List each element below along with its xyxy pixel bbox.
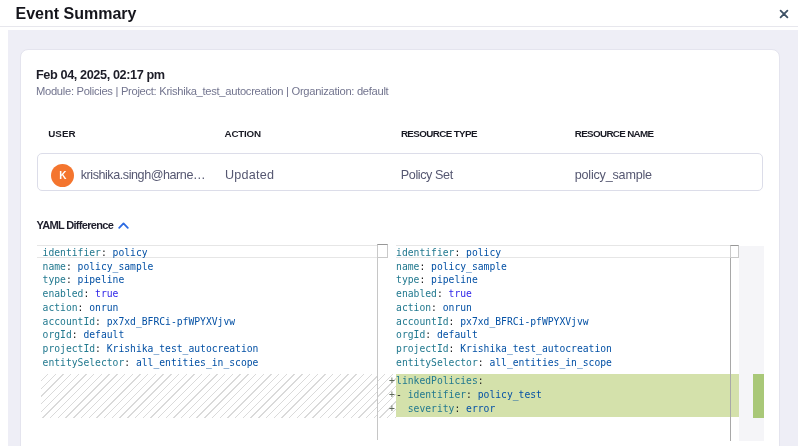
code-line: name: policy_sample — [396, 260, 739, 274]
code-line: projectId: Krishika_test_autocreation — [396, 342, 739, 356]
code-line: action: onrun — [396, 301, 739, 315]
column-header-action: ACTION — [225, 129, 261, 139]
code-line: severity: error — [396, 402, 739, 416]
diff-added-markers: +++ — [389, 374, 395, 416]
column-header-resource-name: RESOURCE NAME — [575, 129, 654, 139]
plus-marker: + — [389, 374, 395, 388]
code-line: identifier: policy — [396, 246, 739, 260]
code-line: linkedPolicies: — [396, 374, 739, 388]
code-line: projectId: Krishika_test_autocreation — [43, 342, 378, 356]
diff-sash-handle-right[interactable] — [730, 245, 739, 258]
cell-resource-name: policy_sample — [575, 169, 652, 182]
cell-user: krishika.singh@harne… — [81, 169, 207, 182]
event-context: Module: Policies | Project: Krishika_tes… — [36, 86, 388, 97]
header-divider — [0, 26, 798, 27]
chevron-up-icon[interactable] — [118, 222, 129, 229]
cell-resource-type: Policy Set — [401, 169, 453, 182]
cell-action: Updated — [225, 169, 274, 182]
diff-overview-added-marker — [753, 374, 764, 417]
code-line: enabled: true — [43, 287, 378, 301]
diff-modified-pane[interactable]: identifier: policyname: policy_sampletyp… — [396, 246, 739, 417]
modal-title: Event Summary — [16, 6, 137, 22]
code-line: accountId: px7xd_BFRCi-pfWPYXVjvw — [396, 315, 739, 329]
code-line: action: onrun — [43, 301, 378, 315]
code-line: identifier: policy — [43, 246, 378, 260]
code-line: type: pipeline — [43, 273, 378, 287]
yaml-difference-label[interactable]: YAML Difference — [37, 220, 114, 231]
avatar: K — [51, 164, 74, 187]
event-summary-modal: Event Summary Feb 04, 2025, 02:17 pm Mod… — [0, 0, 798, 446]
code-line: - identifier: policy_test — [396, 388, 739, 402]
close-icon[interactable] — [777, 7, 791, 21]
diff-missing-lines-hatch — [41, 374, 377, 417]
code-line: entitySelector: all_entities_in_scope — [396, 356, 739, 370]
diff-scrollbar-line — [730, 245, 731, 441]
code-line: enabled: true — [396, 287, 739, 301]
code-line: accountId: px7xd_BFRCi-pfWPYXVjvw — [43, 315, 378, 329]
code-line: type: pipeline — [396, 273, 739, 287]
code-line: name: policy_sample — [43, 260, 378, 274]
code-line: entitySelector: all_entities_in_scope — [43, 356, 378, 370]
plus-marker: + — [389, 402, 395, 416]
plus-marker: + — [389, 388, 395, 402]
column-header-resource-type: RESOURCE TYPE — [401, 129, 477, 139]
diff-pane-divider[interactable] — [377, 244, 378, 440]
code-line: orgId: default — [396, 328, 739, 342]
diff-added-block: linkedPolicies:- identifier: policy_test… — [396, 374, 739, 417]
diff-original-pane[interactable]: identifier: policyname: policy_sampletyp… — [37, 246, 377, 369]
column-header-user: USER — [48, 129, 75, 139]
code-line: orgId: default — [43, 328, 378, 342]
event-timestamp: Feb 04, 2025, 02:17 pm — [36, 69, 165, 82]
diff-sash-handle-left[interactable] — [377, 244, 387, 258]
